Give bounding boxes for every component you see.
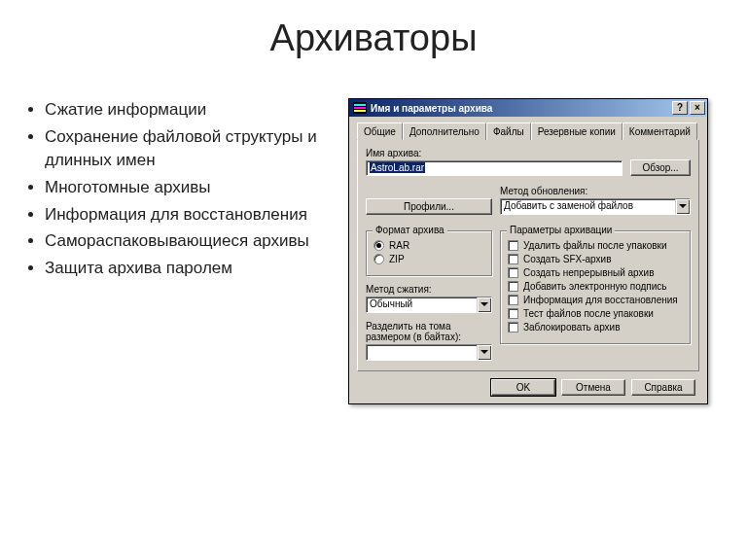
param-signature[interactable]: Добавить электронную подпись <box>508 281 683 292</box>
chevron-down-icon[interactable] <box>477 298 491 312</box>
bullet-list: Сжатие информации Сохранение файловой ст… <box>27 98 348 283</box>
close-button[interactable]: × <box>690 101 705 115</box>
update-method-label: Метод обновления: <box>500 186 691 196</box>
list-item: Информация для восстановления <box>45 203 348 228</box>
cancel-button[interactable]: Отмена <box>561 379 625 396</box>
params-group: Параметры архивации Удалить файлы после … <box>500 230 691 344</box>
format-zip-radio[interactable]: ZIP <box>374 254 484 264</box>
list-item: Сохранение файловой структуры и длинных … <box>45 125 348 173</box>
split-combo[interactable] <box>366 344 492 361</box>
ok-button[interactable]: OK <box>491 379 555 396</box>
tab-files[interactable]: Файлы <box>486 122 531 140</box>
update-method-combo[interactable]: Добавить с заменой файлов <box>500 198 691 215</box>
params-group-legend: Параметры архивации <box>507 225 615 235</box>
param-recovery[interactable]: Информация для восстановления <box>508 295 683 305</box>
param-lock[interactable]: Заблокировать архив <box>508 322 683 332</box>
profiles-button[interactable]: Профили... <box>366 198 492 215</box>
help-button-bottom[interactable]: Справка <box>631 379 695 396</box>
compress-label: Метод сжатия: <box>366 284 492 295</box>
tab-strip: Общие Дополнительно Файлы Резервные копи… <box>357 122 699 140</box>
list-item: Самораспаковывающиеся архивы <box>45 229 348 254</box>
chevron-down-icon[interactable] <box>675 199 690 214</box>
archive-name-input[interactable]: AstroLab.rar <box>366 160 622 176</box>
format-rar-radio[interactable]: RAR <box>374 240 484 251</box>
slide-title: Архиваторы <box>0 18 747 59</box>
tab-panel-general: Имя архива: AstroLab.rar Обзор... Профил… <box>357 139 699 371</box>
param-solid[interactable]: Создать непрерывный архив <box>508 267 683 278</box>
tab-backup[interactable]: Резервные копии <box>531 122 622 140</box>
compress-combo[interactable]: Обычный <box>366 297 492 313</box>
tab-comment[interactable]: Комментарий <box>622 122 697 140</box>
param-test[interactable]: Тест файлов после упаковки <box>508 308 683 319</box>
archive-dialog: Имя и параметры архива ? × Общие Дополни… <box>348 98 708 404</box>
archive-name-label: Имя архива: <box>366 148 622 158</box>
list-item: Сжатие информации <box>45 98 348 122</box>
browse-button[interactable]: Обзор... <box>630 159 691 176</box>
titlebar[interactable]: Имя и параметры архива ? × <box>349 99 707 117</box>
param-sfx[interactable]: Создать SFX-архив <box>508 254 683 264</box>
split-label: Разделить на тома размером (в байтах): <box>366 321 492 342</box>
help-button[interactable]: ? <box>672 101 688 115</box>
chevron-down-icon[interactable] <box>477 345 491 360</box>
tab-advanced[interactable]: Дополнительно <box>403 122 486 140</box>
param-delete-after[interactable]: Удалить файлы после упаковки <box>508 240 683 251</box>
dialog-title: Имя и параметры архива <box>371 103 492 114</box>
list-item: Защита архива паролем <box>45 257 348 281</box>
tab-general[interactable]: Общие <box>357 122 403 140</box>
list-item: Многотомные архивы <box>45 176 348 200</box>
format-group-legend: Формат архива <box>373 225 447 235</box>
format-group: Формат архива RAR ZIP <box>366 230 492 276</box>
app-icon <box>353 102 367 114</box>
